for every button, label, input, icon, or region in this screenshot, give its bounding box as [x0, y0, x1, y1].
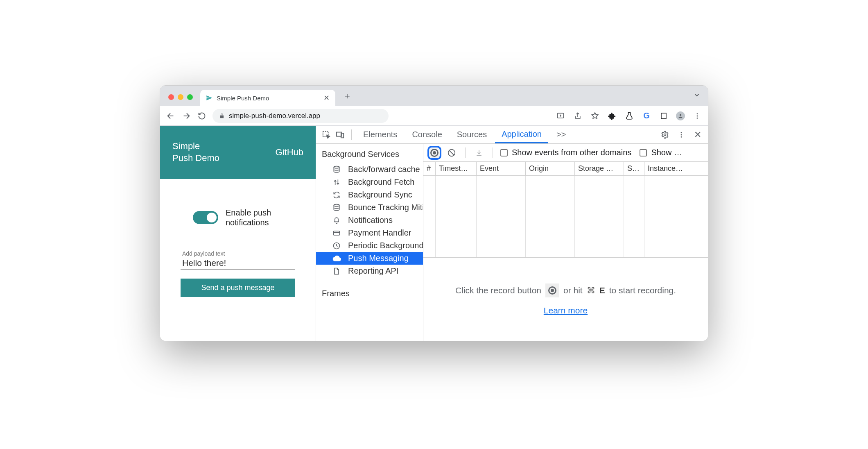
- col-timestamp[interactable]: Timest…: [436, 162, 477, 175]
- tab-strip: Simple Push Demo ✕ ＋: [160, 86, 708, 106]
- devtools-main: Show events from other domains Show … # …: [423, 144, 708, 341]
- browser-window: Simple Push Demo ✕ ＋ simple-push-demo.ve…: [160, 85, 708, 341]
- sidebar-item-periodic-sync[interactable]: Periodic Background Sync: [316, 239, 423, 252]
- events-table-body: [423, 176, 708, 258]
- card-icon: [332, 229, 342, 237]
- maximize-window-button[interactable]: [187, 94, 193, 100]
- recording-hint: Click the record button or hit ⌘ E to st…: [423, 258, 708, 341]
- sidebar-category: Background Services: [316, 144, 423, 163]
- device-toolbar-icon[interactable]: [334, 129, 346, 141]
- col-index[interactable]: #: [423, 162, 436, 175]
- sidebar-item-reporting-api[interactable]: Reporting API: [316, 265, 423, 277]
- sidebar-item-push-messaging[interactable]: Push Messaging: [316, 252, 423, 265]
- col-s[interactable]: S…: [624, 162, 644, 175]
- labs-icon[interactable]: [624, 111, 634, 121]
- payload-input[interactable]: Add payload text Hello there!: [181, 248, 295, 270]
- lock-icon: [219, 113, 225, 119]
- extensions-icon[interactable]: [607, 111, 617, 121]
- record-icon: [545, 283, 559, 297]
- record-button[interactable]: [427, 146, 441, 160]
- sidebar-item-background-sync[interactable]: Background Sync: [316, 188, 423, 201]
- tab-application[interactable]: Application: [495, 126, 548, 143]
- show-truncated-label: Show …: [651, 148, 682, 157]
- tab-sources[interactable]: Sources: [450, 126, 493, 143]
- inspect-element-icon[interactable]: [320, 129, 332, 141]
- clear-icon[interactable]: [445, 147, 458, 159]
- sidebar-item-back-forward-cache[interactable]: Back/forward cache: [316, 163, 423, 176]
- sidebar-item-bounce-tracking[interactable]: Bounce Tracking Mitigation: [316, 201, 423, 214]
- sidebar-item-payment-handler[interactable]: Payment Handler: [316, 227, 423, 239]
- reload-button[interactable]: [197, 111, 207, 121]
- settings-gear-icon[interactable]: [659, 129, 671, 141]
- reading-list-icon[interactable]: [659, 111, 669, 121]
- payload-label: Add payload text: [182, 250, 294, 257]
- svg-rect-1: [661, 113, 666, 119]
- svg-rect-15: [334, 231, 340, 235]
- col-origin[interactable]: Origin: [526, 162, 575, 175]
- svg-point-9: [664, 134, 666, 136]
- svg-point-4: [697, 115, 698, 116]
- tab-elements[interactable]: Elements: [357, 126, 404, 143]
- forward-button[interactable]: [181, 111, 191, 121]
- sidebar-category-frames: Frames: [316, 283, 423, 302]
- sidebar-item-notifications[interactable]: Notifications: [316, 214, 423, 227]
- database-icon: [332, 166, 342, 174]
- minimize-window-button[interactable]: [178, 94, 183, 100]
- col-instance[interactable]: Instance…: [644, 162, 708, 175]
- sidebar-item-background-fetch[interactable]: Background Fetch: [316, 176, 423, 188]
- learn-more-link[interactable]: Learn more: [544, 306, 588, 315]
- svg-point-5: [697, 117, 698, 118]
- kebab-menu-icon[interactable]: [692, 111, 702, 121]
- svg-point-12: [681, 136, 682, 137]
- page-title-line2: Push Demo: [172, 152, 219, 164]
- close-tab-icon[interactable]: ✕: [323, 93, 330, 102]
- window-controls: [168, 94, 193, 100]
- google-icon[interactable]: G: [642, 111, 651, 121]
- install-app-icon[interactable]: [556, 111, 565, 121]
- browser-tab[interactable]: Simple Push Demo ✕: [200, 90, 335, 106]
- profile-avatar[interactable]: [676, 111, 685, 120]
- toggle-label-line1: Enable push: [226, 208, 271, 218]
- devtools-close-icon[interactable]: ✕: [692, 129, 704, 141]
- svg-point-13: [334, 166, 339, 168]
- page-header: Simple Push Demo GitHub: [160, 126, 316, 179]
- enable-push-toggle[interactable]: [193, 211, 218, 224]
- tabs-overflow[interactable]: >>: [550, 126, 572, 143]
- bell-icon: [332, 216, 342, 224]
- database-icon: [332, 204, 342, 212]
- github-link[interactable]: GitHub: [276, 147, 303, 158]
- events-table-header: # Timest… Event Origin Storage … S… Inst…: [423, 162, 708, 176]
- url-text: simple-push-demo.vercel.app: [229, 112, 320, 120]
- tab-console[interactable]: Console: [405, 126, 448, 143]
- show-other-domains-checkbox[interactable]: [500, 149, 508, 156]
- new-tab-button[interactable]: ＋: [341, 90, 353, 102]
- back-button[interactable]: [166, 111, 176, 121]
- close-window-button[interactable]: [168, 94, 174, 100]
- clock-icon: [332, 242, 342, 250]
- toggle-label-line2: notifications: [226, 218, 271, 227]
- col-event[interactable]: Event: [477, 162, 526, 175]
- tab-overflow-icon[interactable]: [693, 91, 701, 99]
- bookmark-star-icon[interactable]: [590, 111, 600, 121]
- events-toolbar: Show events from other domains Show …: [423, 144, 708, 162]
- svg-point-14: [334, 204, 339, 206]
- address-bar[interactable]: simple-push-demo.vercel.app: [212, 109, 389, 123]
- devtools-kebab-icon[interactable]: [675, 129, 687, 141]
- document-icon: [332, 267, 342, 275]
- page-content: Simple Push Demo GitHub Enable push noti…: [160, 126, 316, 341]
- sync-icon: [332, 191, 342, 199]
- svg-point-10: [681, 132, 682, 133]
- svg-point-2: [680, 114, 682, 116]
- send-push-button[interactable]: Send a push message: [181, 279, 295, 297]
- up-down-arrows-icon: [332, 178, 342, 186]
- svg-point-3: [697, 113, 698, 114]
- paper-plane-icon: [206, 95, 212, 101]
- share-icon[interactable]: [573, 111, 583, 121]
- download-icon[interactable]: [473, 147, 485, 159]
- show-truncated-checkbox[interactable]: [640, 149, 647, 156]
- page-title-line1: Simple: [172, 141, 219, 152]
- toolbar: simple-push-demo.vercel.app G: [160, 106, 708, 126]
- devtools-sidebar: Background Services Back/forward cache B…: [316, 144, 423, 341]
- devtools-tabbar: Elements Console Sources Application >> …: [316, 126, 708, 144]
- col-storage[interactable]: Storage …: [575, 162, 624, 175]
